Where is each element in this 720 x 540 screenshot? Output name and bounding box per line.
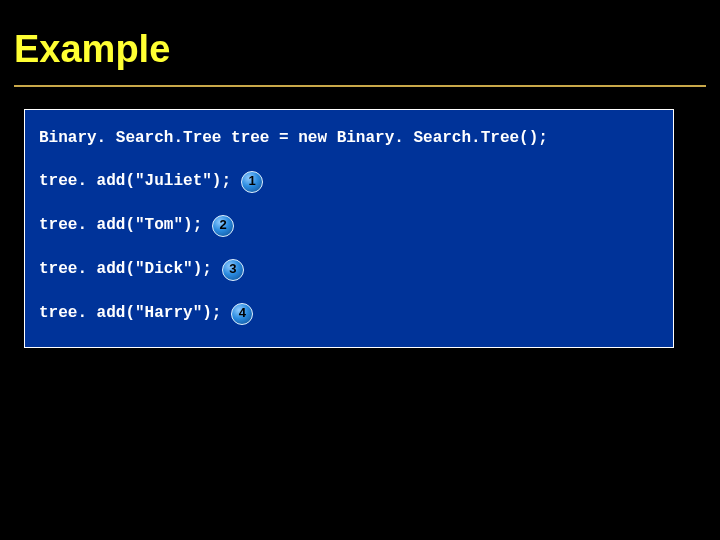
code-box: Binary. Search.Tree tree = new Binary. S… [24, 109, 674, 348]
code-line: tree. add("Harry"); 4 [39, 303, 659, 325]
step-callout-icon: 4 [231, 303, 253, 325]
title-underline [14, 85, 706, 87]
step-callout-icon: 1 [241, 171, 263, 193]
code-line: Binary. Search.Tree tree = new Binary. S… [39, 128, 659, 149]
code-line: tree. add("Tom"); 2 [39, 215, 659, 237]
code-text: tree. add("Dick"); [39, 259, 212, 280]
code-line: tree. add("Juliet"); 1 [39, 171, 659, 193]
code-text: tree. add("Harry"); [39, 303, 221, 324]
slide: Example Binary. Search.Tree tree = new B… [0, 0, 720, 540]
code-text: Binary. Search.Tree tree = new Binary. S… [39, 128, 548, 149]
code-text: tree. add("Juliet"); [39, 171, 231, 192]
code-line: tree. add("Dick"); 3 [39, 259, 659, 281]
step-callout-icon: 3 [222, 259, 244, 281]
slide-title: Example [0, 0, 720, 81]
step-callout-icon: 2 [212, 215, 234, 237]
code-text: tree. add("Tom"); [39, 215, 202, 236]
